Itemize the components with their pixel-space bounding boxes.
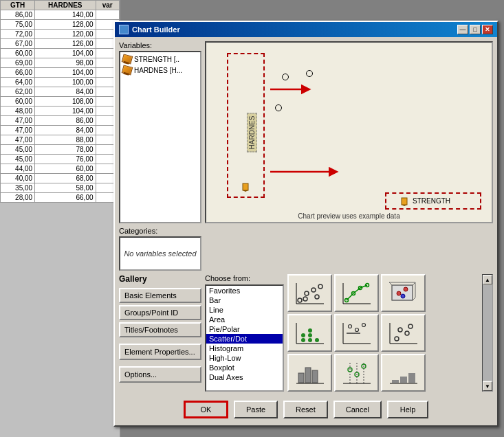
titlebar-left: Chart Builder bbox=[119, 25, 180, 34]
close-button[interactable]: ✕ bbox=[482, 25, 493, 34]
maximize-button[interactable]: □ bbox=[470, 25, 481, 34]
categories-box[interactable]: No variables selected bbox=[119, 236, 201, 271]
scroll-up-button[interactable]: ▲ bbox=[483, 275, 492, 284]
table-row: 64,00 bbox=[1, 78, 35, 87]
dialog-body: Variables: STRENGTH [.. HARDNES [H... bbox=[115, 37, 497, 425]
svg-point-36 bbox=[308, 338, 312, 342]
dialog-title: Chart Builder bbox=[132, 25, 180, 34]
variable-item-strength[interactable]: STRENGTH [.. bbox=[122, 54, 199, 65]
groups-point-id-button[interactable]: Groups/Point ID bbox=[119, 305, 201, 320]
table-row: 98,00 bbox=[35, 58, 96, 68]
table-row: 60,00 bbox=[1, 49, 35, 58]
table-row: 76,00 bbox=[35, 155, 96, 164]
choose-from-item[interactable]: Scatter/Dot bbox=[206, 334, 283, 344]
choose-from-item[interactable]: Area bbox=[206, 315, 283, 324]
choose-from-item[interactable]: Bar bbox=[206, 295, 283, 305]
svg-line-24 bbox=[389, 282, 392, 285]
minimize-button[interactable]: — bbox=[457, 25, 468, 34]
table-row: 100,00 bbox=[35, 78, 96, 87]
svg-point-44 bbox=[362, 323, 365, 326]
table-row: 104,00 bbox=[35, 107, 96, 116]
gallery-section: Gallery Basic Elements Groups/Point ID T… bbox=[119, 274, 493, 392]
svg-point-49 bbox=[405, 331, 409, 335]
chart-icon-scatter-2[interactable] bbox=[334, 274, 379, 312]
table-row: 45,00 bbox=[1, 145, 35, 155]
chart-icon-3d-scatter[interactable] bbox=[381, 274, 426, 312]
chart-builder-dialog: Chart Builder — □ ✕ Variables: STRENGTH … bbox=[113, 21, 498, 427]
table-row: 75,00 bbox=[1, 20, 35, 30]
table-row: 66,00 bbox=[35, 193, 96, 203]
table-row: 60,00 bbox=[1, 97, 35, 107]
svg-point-37 bbox=[308, 333, 312, 337]
svg-rect-55 bbox=[312, 370, 318, 383]
table-row: 47,00 bbox=[1, 126, 35, 135]
3d-scatter-svg bbox=[386, 280, 421, 307]
chart-y-label: HARDNES bbox=[247, 113, 257, 152]
paste-button[interactable]: Paste bbox=[234, 401, 278, 418]
table-row: 62,00 bbox=[1, 87, 35, 97]
table-row: 68,00 bbox=[35, 174, 96, 183]
table-row: 44,00 bbox=[1, 164, 35, 174]
table-row: 48,00 bbox=[1, 107, 35, 116]
chart-x-label: STRENGTH bbox=[413, 197, 450, 205]
svg-marker-5 bbox=[243, 190, 248, 192]
histogram-svg bbox=[293, 359, 327, 387]
scatter-svg-3 bbox=[386, 320, 421, 347]
col-header-gth: GTH bbox=[1, 1, 35, 10]
categories-label: Categories: bbox=[119, 227, 201, 235]
scroll-down-button[interactable]: ▼ bbox=[483, 381, 492, 391]
svg-point-48 bbox=[398, 328, 402, 332]
choose-from-item[interactable]: Dual Axes bbox=[206, 372, 283, 382]
chart-icon-dotplot[interactable] bbox=[287, 314, 332, 352]
choose-from-item[interactable]: Histogram bbox=[206, 344, 283, 353]
variables-list[interactable]: STRENGTH [.. HARDNES [H... bbox=[119, 51, 201, 223]
chart-icon-boxplot[interactable] bbox=[334, 314, 379, 352]
chart-icon-histogram[interactable] bbox=[287, 354, 332, 392]
dialog-titlebar: Chart Builder — □ ✕ bbox=[115, 22, 497, 37]
reset-button[interactable]: Reset bbox=[283, 401, 328, 418]
variables-panel: Variables: STRENGTH [.. HARDNES [H... bbox=[119, 41, 201, 223]
pencil-icon-y bbox=[241, 182, 251, 192]
svg-point-35 bbox=[301, 333, 305, 337]
svg-point-10 bbox=[303, 297, 307, 301]
svg-point-30 bbox=[404, 287, 408, 291]
options-button[interactable]: Options... bbox=[119, 366, 201, 383]
choose-from-item[interactable]: High-Low bbox=[206, 353, 283, 363]
table-row: 58,00 bbox=[35, 183, 96, 193]
variable-item-hardnes[interactable]: HARDNES [H... bbox=[122, 65, 199, 76]
svg-point-50 bbox=[408, 324, 413, 328]
element-properties-button[interactable]: Element Properties... bbox=[119, 344, 201, 360]
top-section: Variables: STRENGTH [.. HARDNES [H... bbox=[119, 41, 493, 223]
chart-icons-row-3 bbox=[287, 354, 479, 392]
table-row: 45,00 bbox=[1, 155, 35, 164]
table-row: 84,00 bbox=[35, 126, 96, 135]
table-row: 128,00 bbox=[35, 20, 96, 30]
chart-icon-scatter-3[interactable] bbox=[381, 314, 426, 352]
basic-elements-button[interactable]: Basic Elements bbox=[119, 288, 201, 303]
svg-point-12 bbox=[315, 295, 319, 299]
chart-icons-row-1 bbox=[287, 274, 479, 312]
chart-icon-area[interactable] bbox=[381, 354, 426, 392]
titles-footnotes-button[interactable]: Titles/Footnotes bbox=[119, 322, 201, 337]
ok-button[interactable]: OK bbox=[184, 401, 228, 418]
table-row: 40,00 bbox=[1, 174, 35, 183]
svg-rect-64 bbox=[392, 380, 399, 383]
titlebar-buttons: — □ ✕ bbox=[457, 25, 493, 34]
choose-from-item[interactable]: Favorites bbox=[206, 286, 283, 295]
chart-icon-scatter-1[interactable] bbox=[287, 274, 332, 312]
choose-from-list[interactable]: FavoritesBarLineAreaPie/PolarScatter/Dot… bbox=[205, 284, 284, 392]
cancel-button[interactable]: Cancel bbox=[333, 401, 382, 418]
choose-from-item[interactable]: Line bbox=[206, 305, 283, 315]
choose-from-item[interactable]: Pie/Polar bbox=[206, 324, 283, 334]
chart-icon-dot-lines[interactable] bbox=[334, 354, 379, 392]
svg-point-13 bbox=[318, 284, 322, 289]
chart-icons-scrollbar[interactable]: ▲ ▼ bbox=[482, 274, 493, 392]
chart-dot-1 bbox=[282, 74, 289, 80]
choose-from-item[interactable]: Boxplot bbox=[206, 363, 283, 372]
variables-label: Variables: bbox=[119, 41, 201, 49]
chart-dot-3 bbox=[275, 104, 282, 111]
svg-point-31 bbox=[401, 294, 405, 298]
table-row: 88,00 bbox=[35, 135, 96, 145]
help-button[interactable]: Help bbox=[387, 401, 428, 418]
chart-icons-panel bbox=[287, 274, 479, 392]
